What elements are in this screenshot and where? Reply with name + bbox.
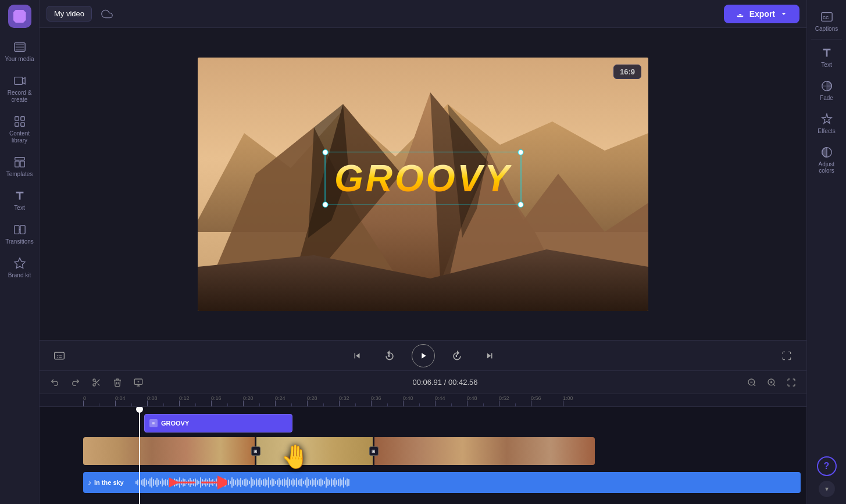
- svg-rect-6: [15, 158, 24, 160]
- sidebar-item-transitions[interactable]: Transitions: [0, 217, 39, 251]
- sidebar-item-effects[interactable]: Effects: [807, 107, 846, 140]
- svg-rect-2: [15, 117, 18, 120]
- cut-button[interactable]: [88, 374, 105, 391]
- resize-handle-br[interactable]: [518, 202, 524, 208]
- zoom-in-button[interactable]: [763, 374, 780, 391]
- segment-divider-2: ⊞: [373, 437, 374, 465]
- segment-divider-1: ⊞: [255, 437, 256, 465]
- svg-line-34: [773, 384, 775, 386]
- sidebar-item-fade[interactable]: Fade: [807, 74, 846, 107]
- audio-track[interactable]: ♪ In the sky // Will be generated by JS …: [83, 472, 801, 493]
- add-media-button[interactable]: [130, 374, 147, 391]
- svg-text:5: 5: [388, 353, 390, 357]
- svg-rect-7: [15, 161, 19, 167]
- top-bar: My video Export: [40, 0, 806, 28]
- sidebar-item-adjust-colors[interactable]: Adjust colors: [807, 140, 846, 180]
- sidebar-item-text-right[interactable]: Text: [807, 41, 846, 74]
- captions-toggle-button[interactable]: [49, 345, 70, 366]
- text-clip[interactable]: ≡ GROOVY: [144, 414, 292, 432]
- video-track[interactable]: ⊞ ⊞: [83, 437, 595, 465]
- svg-point-25: [93, 384, 95, 386]
- sidebar-item-content-library[interactable]: Content library: [0, 109, 39, 150]
- export-button[interactable]: Export: [724, 5, 799, 23]
- sidebar-item-your-media[interactable]: Your media: [0, 35, 39, 69]
- cloud-save-button[interactable]: [98, 5, 116, 23]
- svg-line-27: [98, 383, 100, 385]
- video-preview: GROOVY 16:9: [198, 58, 648, 311]
- help-button[interactable]: ?: [817, 456, 837, 476]
- zoom-controls: [744, 374, 799, 391]
- skip-to-end-button[interactable]: [479, 345, 500, 366]
- music-icon: ♪: [88, 478, 91, 487]
- audio-waveform: // Will be generated by JS below: [135, 474, 801, 491]
- text-clip-label: GROOVY: [161, 420, 189, 427]
- play-button[interactable]: [412, 344, 435, 367]
- sidebar-item-templates[interactable]: Templates: [0, 150, 39, 184]
- divider-icon-2: ⊞: [369, 446, 379, 456]
- sidebar-item-record-create[interactable]: Record & create: [0, 69, 39, 109]
- sidebar-item-captions[interactable]: CC Captions: [807, 5, 846, 38]
- svg-rect-4: [15, 123, 18, 126]
- divider-icon-1: ⊞: [251, 446, 260, 456]
- svg-rect-1: [14, 77, 22, 85]
- right-divider-1: [811, 39, 843, 40]
- text-clip-icon: ≡: [149, 419, 158, 427]
- timeline-time: 00:06.91 / 00:42.56: [151, 378, 739, 387]
- svg-line-31: [754, 384, 755, 386]
- sidebar-item-brand-kit[interactable]: Brand kit: [0, 251, 39, 285]
- fullscreen-button[interactable]: [776, 345, 797, 366]
- video-segment-3: [374, 437, 595, 465]
- resize-handle-bl[interactable]: [322, 202, 328, 208]
- aspect-ratio-badge[interactable]: 16:9: [613, 65, 641, 79]
- timeline-toolbar: 00:06.91 / 00:42.56: [40, 371, 806, 394]
- zoom-out-button[interactable]: [744, 374, 760, 391]
- svg-rect-9: [14, 226, 19, 234]
- main-area: My video Export: [40, 0, 806, 504]
- audio-track-row: ♪ In the sky // Will be generated by JS …: [83, 470, 806, 495]
- right-sidebar: CC Captions Text Fade Effects Adjust col…: [806, 0, 846, 504]
- svg-rect-10: [20, 226, 24, 234]
- text-overlay[interactable]: GROOVY: [324, 152, 522, 205]
- resize-handle-tr[interactable]: [518, 149, 524, 155]
- undo-button[interactable]: [47, 374, 63, 391]
- rewind-5s-button[interactable]: 5: [379, 345, 400, 366]
- svg-rect-3: [20, 117, 24, 120]
- timeline-area: 00:06.91 / 00:42.56 .rl { positi: [40, 370, 806, 504]
- svg-point-24: [93, 379, 95, 381]
- fit-timeline-button[interactable]: [783, 374, 799, 391]
- text-track-row: ≡ GROOVY: [40, 412, 806, 435]
- video-segment-1: [83, 437, 255, 465]
- left-sidebar: Your media Record & create Content libra…: [0, 0, 40, 504]
- svg-rect-5: [20, 123, 24, 126]
- svg-text:CC: CC: [822, 15, 829, 20]
- panel-collapse-button[interactable]: ▾: [819, 481, 835, 497]
- playback-controls: 5 5: [40, 340, 806, 370]
- video-track-row: ⊞ ⊞: [83, 437, 806, 467]
- audio-label: ♪ In the sky: [88, 478, 124, 487]
- video-segment-2: [256, 437, 373, 465]
- svg-text:5: 5: [455, 353, 457, 357]
- skip-to-start-button[interactable]: [347, 345, 367, 366]
- forward-5s-button[interactable]: 5: [447, 345, 467, 366]
- svg-rect-8: [20, 161, 24, 167]
- sidebar-item-text[interactable]: Text: [0, 184, 39, 217]
- timeline-ruler: .rl { position:absolute; font-size:9px; …: [40, 394, 806, 407]
- delete-button[interactable]: [109, 374, 126, 391]
- project-title[interactable]: My video: [47, 6, 92, 22]
- groovy-text: GROOVY: [334, 157, 512, 200]
- tracks-container: ≡ GROOVY ⊞: [40, 407, 806, 504]
- resize-handle-tl[interactable]: [322, 149, 328, 155]
- redo-button[interactable]: [67, 374, 84, 391]
- preview-area: GROOVY 16:9: [40, 28, 806, 340]
- svg-line-28: [95, 381, 97, 383]
- app-logo: [8, 5, 31, 28]
